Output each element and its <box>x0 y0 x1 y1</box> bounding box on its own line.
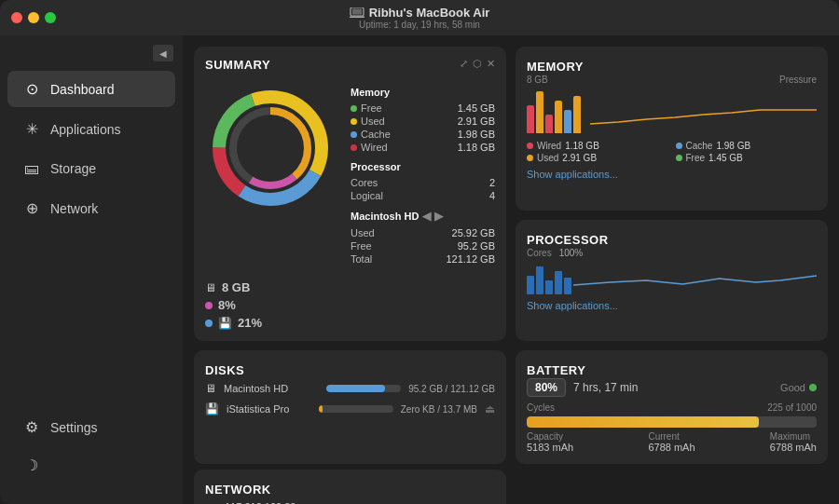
proc-b4 <box>555 271 562 294</box>
disk-section: Macintosh HD ◀ ▶ Used 25.92 GB Free 95.2… <box>351 210 495 266</box>
disk-nav: Macintosh HD ◀ ▶ <box>351 210 495 223</box>
donut-svg <box>205 83 336 213</box>
summary-bottom-stats: 🖥 8 GB 8% 💾 21% <box>205 280 495 330</box>
settings-icon: ⚙ <box>22 418 41 436</box>
disk-stat-icon: 💾 <box>218 317 232 330</box>
storage-icon: 🖴 <box>22 160 41 177</box>
disk-stat: 💾 21% <box>205 316 495 330</box>
disk-total-row: Total 121.12 GB <box>351 252 495 266</box>
mem-bar-6 <box>573 96 581 133</box>
sidebar-label-settings: Settings <box>50 420 98 435</box>
ram-icon: 🖥 <box>205 281 216 294</box>
disk-bar-container-2 <box>319 405 393 413</box>
cache-dot <box>676 143 682 149</box>
minimize-button[interactable] <box>28 12 39 23</box>
memory-show-apps[interactable]: Show applications... <box>527 169 817 180</box>
popout-icon[interactable]: ⬡ <box>473 58 482 70</box>
resize-icon[interactable]: ⤢ <box>460 58 468 70</box>
sidebar-item-dashboard[interactable]: ⊙ Dashboard <box>7 71 175 107</box>
battery-title: BATTERY <box>527 363 585 377</box>
proc-b3 <box>545 280 553 294</box>
dashboard-icon: ⊙ <box>22 80 41 98</box>
battery-bar <box>527 416 759 428</box>
summary-window-controls: ⤢ ⬡ ✕ <box>460 58 495 70</box>
disk-free-row: Free 95.2 GB <box>351 239 495 252</box>
disk-bar-container-1 <box>326 385 401 392</box>
disks-title: DISKS <box>205 363 244 377</box>
sidebar-item-applications[interactable]: ✳ Applications <box>7 111 175 147</box>
summary-title: SUMMARY <box>205 58 270 72</box>
close-summary-icon[interactable]: ✕ <box>487 58 495 70</box>
memory-pressure-chart <box>590 87 817 133</box>
memory-cache-row: Cache 1.98 GB <box>351 128 495 141</box>
memory-wired-row: Wired 1.18 GB <box>351 141 495 154</box>
battery-capacity: Capacity 5183 mAh <box>527 431 573 453</box>
close-button[interactable] <box>11 12 22 23</box>
disks-card: DISKS 🖥 Macintosh HD 95.2 GB / 121.12 GB… <box>194 350 506 464</box>
network-row: 🌐 117.213.108.88 India ↻ Wi-Fi ▾ <box>205 497 495 504</box>
sidebar: ◀ ⊙ Dashboard ✳ Applications 🖴 Storage ⊕… <box>0 35 183 504</box>
sidebar-collapse-area: ◀ <box>0 45 183 69</box>
processor-show-apps[interactable]: Show applications... <box>527 300 817 311</box>
memory-card: MEMORY 8 GB Pressure <box>516 47 828 211</box>
eject-button[interactable]: ⏏ <box>485 402 495 415</box>
battery-bar-container <box>527 416 817 428</box>
network-icon: ⊕ <box>22 199 41 217</box>
titlebar: Ribhu's MacBook Air Uptime: 1 day, 19 hr… <box>0 0 839 35</box>
battery-current: Current 6788 mAh <box>648 431 695 453</box>
disk-next-button[interactable]: ▶ <box>434 210 443 223</box>
summary-header: SUMMARY ⤢ ⬡ ✕ <box>205 58 495 79</box>
proc-b1 <box>527 276 534 294</box>
battery-status: Good <box>780 382 817 393</box>
processor-header: Cores 100% <box>527 248 817 258</box>
window-title-area: Ribhu's MacBook Air Uptime: 1 day, 19 hr… <box>350 6 490 30</box>
memory-legend: Wired 1.18 GB Cache 1.98 GB Used 2.91 GB… <box>527 141 817 163</box>
mem-bar-2 <box>536 91 543 133</box>
content-area: SUMMARY ⤢ ⬡ ✕ <box>183 35 839 504</box>
battery-card: BATTERY 80% 7 hrs, 17 min Good Cycles 22… <box>516 350 828 464</box>
sidebar-label-applications: Applications <box>50 122 121 137</box>
free-dot <box>676 155 682 161</box>
sidebar-item-network[interactable]: ⊕ Network <box>7 190 175 226</box>
battery-cycles-row: Cycles 225 of 1000 <box>527 402 817 413</box>
disk-bar-1 <box>326 385 384 392</box>
memory-free-row: Free 1.45 GB <box>351 102 495 115</box>
disk-prev-button[interactable]: ◀ <box>422 210 431 223</box>
memory-chart-area <box>527 87 817 133</box>
cpu-stat: 8% <box>205 298 495 312</box>
disk-row-1: 🖥 Macintosh HD 95.2 GB / 121.12 GB <box>205 378 495 399</box>
processor-chart <box>527 262 817 294</box>
cpu-dot <box>205 302 213 309</box>
sidebar-item-storage[interactable]: 🖴 Storage <box>7 151 175 186</box>
memory-top-labels: 8 GB Pressure <box>527 75 817 85</box>
processor-cores-row: Cores 2 <box>351 176 495 189</box>
battery-good-dot <box>809 384 817 391</box>
window-title: Ribhu's MacBook Air <box>350 6 490 20</box>
ram-stat: 🖥 8 GB <box>205 280 495 294</box>
disk-bar-2 <box>319 405 323 413</box>
sidebar-label-dashboard: Dashboard <box>50 82 115 97</box>
sidebar-label-network: Network <box>50 201 98 216</box>
sidebar-bottom: ⚙ Settings ☽ <box>0 407 183 495</box>
mem-bar-5 <box>564 110 571 133</box>
donut-chart <box>205 83 336 213</box>
network-title: NETWORK <box>205 483 271 497</box>
processor-section: Processor Cores 2 Logical 4 <box>351 161 495 202</box>
mem-bar-4 <box>555 101 562 133</box>
processor-logical-row: Logical 4 <box>351 189 495 202</box>
memory-used-row: Used 2.91 GB <box>351 115 495 128</box>
proc-b2 <box>536 266 543 294</box>
free-legend: Free 1.45 GB <box>676 153 818 163</box>
memory-title: MEMORY <box>527 60 584 74</box>
pressure-svg <box>590 87 817 133</box>
svg-rect-1 <box>350 17 364 19</box>
wired-legend: Wired 1.18 GB <box>527 141 668 151</box>
sidebar-item-theme[interactable]: ☽ <box>7 447 175 484</box>
collapse-button[interactable]: ◀ <box>153 45 173 61</box>
disk-icon-1: 🖥 <box>205 382 216 395</box>
battery-pct-badge: 80% <box>527 378 566 397</box>
maximize-button[interactable] <box>45 12 56 23</box>
sidebar-item-settings[interactable]: ⚙ Settings <box>7 409 175 445</box>
processor-title: PROCESSOR <box>527 233 609 247</box>
disk-icon-2: 💾 <box>205 402 219 415</box>
